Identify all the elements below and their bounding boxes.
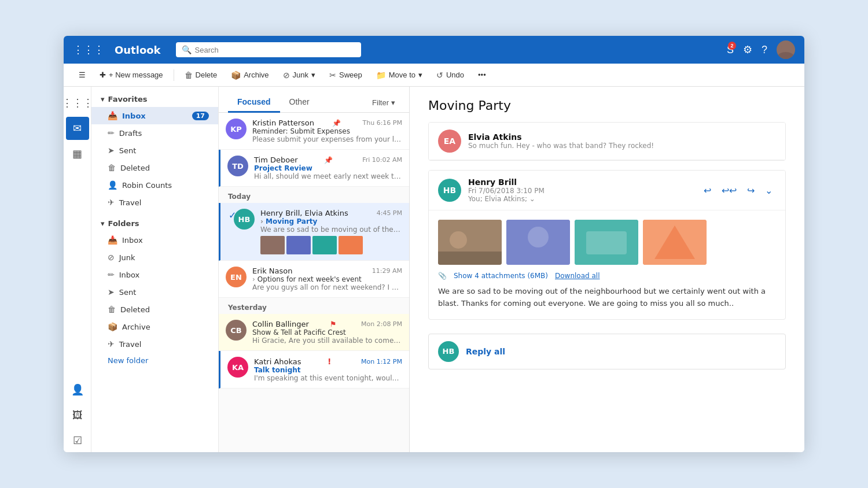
topbar-icons: S 2 ⚙ ?: [724, 38, 797, 61]
forward-btn[interactable]: ↪: [744, 183, 758, 198]
sidebar-people-btn[interactable]: 👤: [66, 378, 89, 401]
message-text: We are so sad to be moving out of the ne…: [438, 286, 776, 310]
nav-item-deleted2[interactable]: 🗑 Deleted: [91, 301, 218, 318]
search-input[interactable]: [195, 46, 355, 54]
move-to-btn[interactable]: 📁 Move to ▾: [370, 68, 428, 83]
inbox-count: 17: [192, 112, 209, 120]
new-folder-btn[interactable]: New folder: [91, 353, 218, 368]
grid-icon[interactable]: ⋮⋮⋮: [71, 41, 106, 58]
nav-item-sent[interactable]: ➤ Sent: [91, 142, 218, 159]
email-time: 11:29 AM: [372, 267, 402, 275]
folders-header[interactable]: ▾ Folders: [91, 216, 218, 231]
hamburger-icon: ☰: [79, 71, 86, 79]
sweep-btn[interactable]: ✂ Sweep: [323, 68, 368, 83]
email-preview: We are so sad to be moving out of the ne…: [260, 225, 402, 234]
email-subject: › Moving Party: [260, 217, 402, 225]
email-time: Thu 6:16 PM: [363, 119, 402, 127]
favorites-header[interactable]: ▾ Favorites: [91, 91, 218, 107]
attachment-image-1[interactable]: [438, 220, 502, 265]
app-window: ⋮⋮⋮ Outlook 🔍 S 2 ⚙ ?: [64, 36, 804, 452]
email-subject: Talk tonight: [254, 366, 402, 374]
list-item[interactable]: KP Kristin Patterson 📌 Thu 6:16 PM Remin…: [219, 113, 409, 150]
more-btn[interactable]: •••: [472, 68, 492, 82]
archive-icon: 📦: [231, 71, 241, 80]
attachment-image-3[interactable]: [575, 220, 638, 265]
email-time: Mon 2:08 PM: [361, 320, 402, 328]
junk-chevron-icon: ▾: [311, 71, 315, 79]
tab-other[interactable]: Other: [280, 93, 319, 113]
list-item[interactable]: CB Collin Ballinger ⚑ Mon 2:08 PM Show &…: [219, 314, 409, 351]
reply-all-btn[interactable]: Reply all: [466, 347, 505, 356]
nav-item-inbox-favorites[interactable]: 📥 Inbox 17: [91, 107, 218, 124]
sidebar-tasks-btn[interactable]: ☑: [66, 429, 89, 452]
attachments-label[interactable]: Show 4 attachments (6MB): [454, 272, 548, 280]
edit-icon: ✏: [108, 270, 115, 279]
list-item[interactable]: ✓ HB Henry Brill, Elvia Atkins 4:45 PM ›…: [219, 203, 409, 261]
person-icon: 👤: [108, 180, 117, 190]
tab-focused[interactable]: Focused: [228, 93, 280, 113]
nav-item-deleted-fav[interactable]: 🗑 Deleted: [91, 159, 218, 176]
sent2-icon: ➤: [108, 287, 115, 297]
photos-icon: 🖼: [72, 409, 83, 422]
download-all-btn[interactable]: Download all: [555, 272, 599, 280]
hamburger-btn[interactable]: ☰: [73, 68, 91, 82]
email-subject: › Options for next week's event: [252, 275, 402, 283]
sidebar-photos-btn[interactable]: 🖼: [66, 404, 89, 427]
nav-item-inbox-folder[interactable]: 📥 Inbox: [91, 231, 218, 249]
attachment-image-2[interactable]: [506, 220, 570, 265]
list-item[interactable]: TD Tim Deboer 📌 Fri 10:02 AM Project Rev…: [219, 150, 409, 187]
email-preview: I'm speaking at this event tonight, woul…: [254, 374, 402, 382]
nav-item-robin-counts[interactable]: 👤 Kristin Patterson Robin Counts: [91, 176, 218, 194]
avatar-btn[interactable]: [774, 38, 797, 61]
reply-btn[interactable]: ↩: [700, 183, 715, 198]
email-preview: Hi all, should we meet early next week t…: [254, 172, 402, 180]
settings-icon-btn[interactable]: ⚙: [741, 41, 755, 58]
archive2-icon: 📦: [108, 322, 117, 331]
travel-icon: ✈: [108, 198, 115, 207]
list-item[interactable]: KA Katri Ahokas ! Mon 1:12 PM Talk tonig…: [219, 351, 409, 389]
avatar: HB: [438, 179, 461, 202]
reply-all-btn[interactable]: ↩↩: [718, 183, 740, 198]
message-body: 📎 Show 4 attachments (6MB) Download all …: [429, 210, 785, 319]
junk-btn[interactable]: ⊘ Junk ▾: [277, 68, 321, 83]
archive-btn[interactable]: 📦 Archive: [225, 68, 274, 83]
sidebar-calendar-btn[interactable]: ▦: [66, 142, 89, 165]
email-sender: Erik Nason: [252, 267, 293, 275]
sweep-icon: ✂: [329, 71, 336, 80]
new-message-btn[interactable]: ✚ + New message: [94, 68, 169, 82]
nav-item-archive[interactable]: 📦 Archive: [91, 318, 218, 335]
nav-item-inbox2[interactable]: ✏ Inbox: [91, 266, 218, 283]
nav-item-junk[interactable]: ⊘ Junk: [91, 249, 218, 266]
sidebar-apps-btn[interactable]: ⋮⋮⋮: [66, 91, 89, 114]
collapse-folders-icon: ▾: [101, 219, 105, 228]
svg-point-1: [778, 52, 794, 59]
email-time: Mon 1:12 PM: [361, 358, 402, 365]
message-preview: So much fun. Hey - who was that band? Th…: [468, 142, 776, 150]
message-header: HB Henry Brill Fri 7/06/2018 3:10 PM You…: [429, 171, 785, 210]
email-sender: Henry Brill, Elvia Atkins: [260, 209, 348, 217]
message-date: Fri 7/06/2018 3:10 PM: [468, 187, 693, 195]
email-preview: Please submit your expenses from your la…: [252, 135, 402, 143]
email-subject: Show & Tell at Pacific Crest: [252, 328, 402, 337]
list-item[interactable]: EN Erik Nason 11:29 AM › Options for nex…: [219, 261, 409, 298]
filter-chevron-icon: ▾: [391, 98, 395, 107]
help-icon-btn[interactable]: ?: [759, 42, 770, 58]
deleted2-icon: 🗑: [108, 305, 116, 314]
nav-item-sent2[interactable]: ➤ Sent: [91, 283, 218, 301]
attachment-image-4[interactable]: [643, 220, 707, 265]
expand-btn[interactable]: ⌄: [762, 183, 776, 198]
delete-btn[interactable]: 🗑 Delete: [179, 68, 223, 83]
avatar: TD: [227, 156, 248, 176]
user-avatar: [777, 40, 795, 59]
nav-item-travel-fav[interactable]: ✈ Travel: [91, 194, 218, 211]
nav-item-drafts[interactable]: ✏ Drafts: [91, 124, 218, 142]
sidebar-mail-btn[interactable]: ✉: [66, 117, 89, 140]
skype-icon-btn[interactable]: S 2: [724, 42, 736, 58]
date-divider-yesterday: Yesterday: [219, 298, 409, 314]
nav-item-travel-folder[interactable]: ✈ Travel: [91, 335, 218, 353]
undo-btn[interactable]: ↺ Undo: [431, 68, 470, 83]
exclaim-icon: !: [328, 357, 331, 366]
expand-recipients-icon[interactable]: ⌄: [529, 195, 535, 203]
filter-btn[interactable]: Filter ▾: [367, 96, 400, 109]
message-to: You; Elvia Atkins; ⌄: [468, 195, 693, 203]
